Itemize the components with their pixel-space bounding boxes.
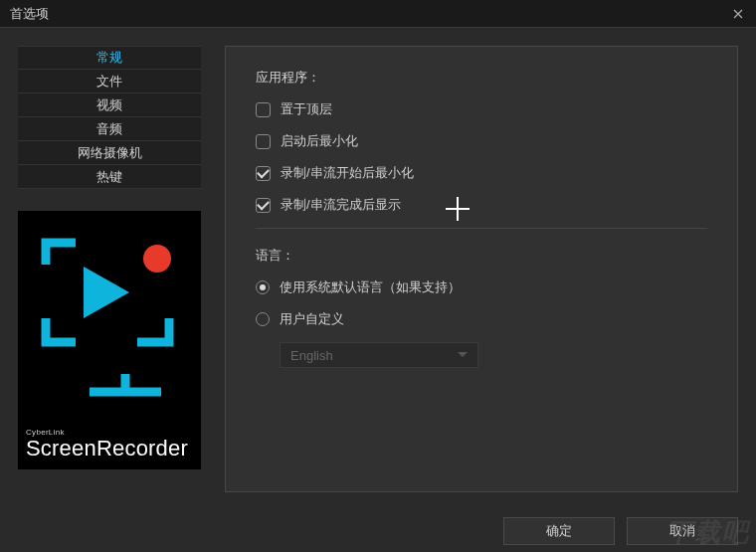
checkbox-icon [256, 166, 271, 181]
sidebar-tab-webcam[interactable]: 网络摄像机 [18, 141, 201, 165]
checkbox-minimize-on-start[interactable]: 启动后最小化 [256, 132, 707, 150]
tab-label: 文件 [96, 73, 122, 91]
sidebar-tab-file[interactable]: 文件 [18, 70, 201, 93]
sidebar: 常规 文件 视频 音频 网络摄像机 热键 CyberLink ScreenRec… [0, 28, 219, 510]
radio-label: 用户自定义 [280, 310, 344, 328]
checkbox-icon [256, 134, 271, 149]
screenrecorder-logo-icon [38, 235, 181, 404]
sidebar-tab-general[interactable]: 常规 [18, 46, 201, 70]
lang-section-label: 语言： [256, 247, 707, 265]
content-panel: 应用程序： 置于顶层 启动后最小化 录制/串流开始后最小化 录制/串流完成后显示… [225, 46, 738, 492]
window-title: 首选项 [10, 5, 730, 23]
radio-icon [256, 280, 270, 294]
checkbox-minimize-on-record[interactable]: 录制/串流开始后最小化 [256, 164, 707, 182]
sidebar-tabs: 常规 文件 视频 音频 网络摄像机 热键 [18, 46, 201, 189]
tab-label: 视频 [96, 96, 122, 114]
body-area: 常规 文件 视频 音频 网络摄像机 热键 CyberLink ScreenRec… [0, 28, 756, 510]
chevron-down-icon [458, 352, 468, 357]
logo-name: ScreenRecorder [26, 437, 193, 460]
app-section-label: 应用程序： [256, 69, 707, 87]
content-wrap: 应用程序： 置于顶层 启动后最小化 录制/串流开始后最小化 录制/串流完成后显示… [219, 28, 756, 510]
checkbox-always-on-top[interactable]: 置于顶层 [256, 100, 707, 118]
tab-label: 音频 [96, 120, 122, 138]
footer: 确定 取消 [0, 510, 756, 552]
logo-box: CyberLink ScreenRecorder [18, 211, 201, 469]
checkbox-label: 录制/串流开始后最小化 [281, 164, 414, 182]
tab-label: 常规 [96, 49, 122, 67]
sidebar-tab-hotkey[interactable]: 热键 [18, 165, 201, 189]
ok-button[interactable]: 确定 [503, 517, 615, 545]
sidebar-tab-video[interactable]: 视频 [18, 93, 201, 117]
sidebar-tab-audio[interactable]: 音频 [18, 117, 201, 141]
divider [256, 228, 707, 229]
select-value: English [290, 348, 333, 363]
button-label: 取消 [669, 522, 695, 540]
language-select[interactable]: English [280, 342, 478, 368]
tab-label: 热键 [96, 168, 122, 186]
svg-point-0 [143, 245, 171, 273]
cancel-button[interactable]: 取消 [627, 517, 738, 545]
checkbox-show-after-record[interactable]: 录制/串流完成后显示 [256, 196, 707, 214]
radio-icon [256, 312, 270, 326]
logo-text: CyberLink ScreenRecorder [18, 421, 201, 469]
checkbox-icon [256, 102, 271, 117]
radio-system-language[interactable]: 使用系统默认语言（如果支持） [256, 278, 707, 296]
radio-custom-language[interactable]: 用户自定义 [256, 310, 707, 328]
button-label: 确定 [546, 522, 572, 540]
checkbox-icon [256, 198, 271, 213]
checkbox-label: 启动后最小化 [281, 132, 358, 150]
checkbox-label: 置于顶层 [281, 100, 332, 118]
radio-label: 使用系统默认语言（如果支持） [280, 278, 461, 296]
titlebar: 首选项 [0, 0, 756, 28]
close-icon[interactable] [730, 6, 746, 22]
checkbox-label: 录制/串流完成后显示 [281, 196, 401, 214]
tab-label: 网络摄像机 [78, 144, 142, 162]
